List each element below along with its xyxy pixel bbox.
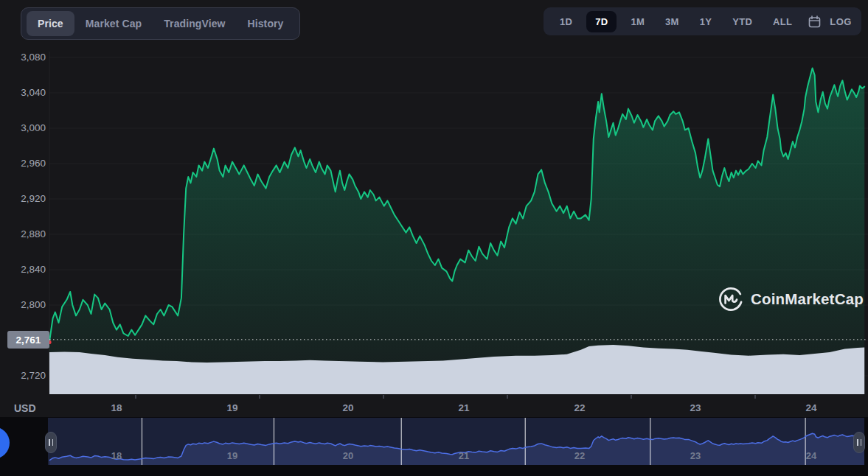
current-price-label: 2,761 bbox=[7, 331, 49, 349]
navigator-tick-22: 22 bbox=[574, 450, 585, 461]
chart-type-tabs: PriceMarket CapTradingViewHistory bbox=[21, 7, 300, 40]
navigator-left-handle[interactable] bbox=[45, 432, 57, 453]
tab-market-cap[interactable]: Market Cap bbox=[74, 11, 153, 36]
y-axis-tick-2840: 2,840 bbox=[0, 264, 46, 275]
coinmarketcap-watermark: CoinMarketCap bbox=[718, 286, 864, 312]
navigator-tick-20: 20 bbox=[343, 450, 353, 461]
x-axis-tick-18: 18 bbox=[111, 402, 122, 413]
y-axis-tick-2800: 2,800 bbox=[0, 299, 46, 310]
range-button-1d[interactable]: 1D bbox=[553, 11, 579, 32]
x-axis-tick-21: 21 bbox=[458, 402, 469, 413]
currency-label: USD bbox=[14, 402, 36, 414]
navigator-tick-21: 21 bbox=[459, 450, 469, 461]
range-button-all[interactable]: ALL bbox=[766, 11, 799, 32]
x-axis-tick-24: 24 bbox=[805, 402, 816, 413]
coinmarketcap-logo-icon bbox=[718, 286, 744, 312]
x-axis-tick-23: 23 bbox=[690, 402, 701, 413]
watermark-text: CoinMarketCap bbox=[751, 290, 864, 308]
y-axis-tick-2880: 2,880 bbox=[0, 228, 46, 239]
navigator-tick-23: 23 bbox=[690, 450, 701, 461]
tab-history[interactable]: History bbox=[237, 11, 295, 36]
y-axis-tick-2960: 2,960 bbox=[0, 158, 46, 169]
y-axis-tick-3000: 3,000 bbox=[0, 122, 46, 133]
navigator-right-handle[interactable] bbox=[853, 432, 865, 453]
tab-price[interactable]: Price bbox=[27, 11, 74, 36]
range-button-ytd[interactable]: YTD bbox=[726, 11, 759, 32]
navigator-chart[interactable] bbox=[48, 418, 864, 465]
navigator-tick-24: 24 bbox=[806, 450, 816, 461]
x-axis-tick-19: 19 bbox=[226, 402, 237, 413]
navigator[interactable]: 18192021222324 bbox=[48, 418, 864, 465]
tab-tradingview[interactable]: TradingView bbox=[153, 11, 236, 36]
price-chart-canvas: PriceMarket CapTradingViewHistory 1D7D1M… bbox=[0, 0, 868, 476]
range-selector: 1D7D1M3M1YYTDALLLOG bbox=[544, 7, 861, 35]
log-scale-toggle[interactable]: LOG bbox=[830, 16, 852, 27]
navigator-tick-19: 19 bbox=[227, 450, 237, 461]
range-button-1y[interactable]: 1Y bbox=[693, 11, 719, 32]
main-price-chart[interactable] bbox=[0, 0, 868, 476]
y-axis-tick-2920: 2,920 bbox=[0, 193, 46, 204]
range-button-1m[interactable]: 1M bbox=[624, 11, 651, 32]
y-axis-tick-2720: 2,720 bbox=[0, 370, 46, 381]
navigator-tick-18: 18 bbox=[111, 450, 122, 461]
y-axis-tick-3040: 3,040 bbox=[0, 87, 46, 98]
x-axis-tick-22: 22 bbox=[574, 402, 585, 413]
range-button-3m[interactable]: 3M bbox=[659, 11, 686, 32]
y-axis-tick-3080: 3,080 bbox=[0, 52, 46, 63]
x-axis-tick-20: 20 bbox=[342, 402, 353, 413]
range-button-7d[interactable]: 7D bbox=[586, 11, 617, 32]
calendar-icon[interactable] bbox=[806, 13, 822, 29]
